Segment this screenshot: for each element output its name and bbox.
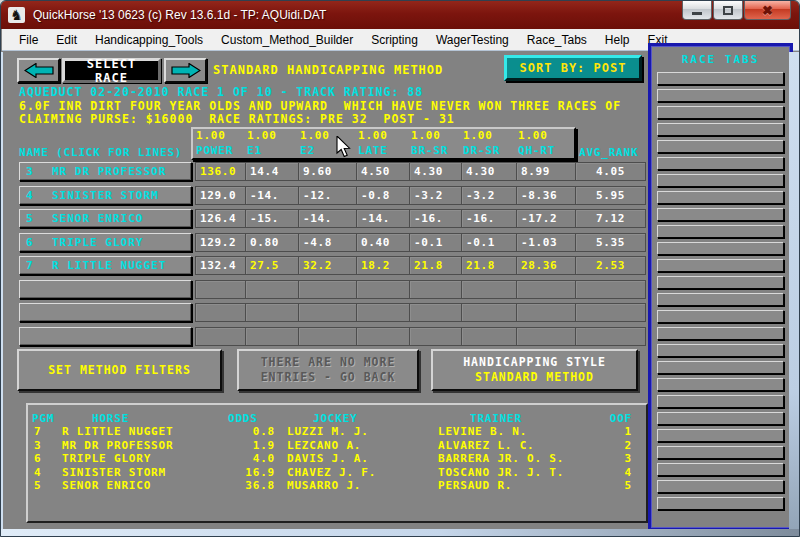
factor-cell: -14. bbox=[299, 209, 357, 228]
row-cells bbox=[195, 327, 646, 346]
race-tab-button[interactable] bbox=[657, 225, 784, 238]
horse-name-button[interactable] bbox=[19, 303, 192, 322]
race-info-line3: CLAIMING PURSE: $16000 RACE RATINGS: PRE… bbox=[19, 112, 455, 126]
race-tab-button[interactable] bbox=[657, 174, 784, 187]
factor-weight: 1.00 bbox=[247, 129, 297, 143]
select-race-button[interactable]: SELECT RACE bbox=[62, 58, 161, 83]
factor-weight: 1.00 bbox=[358, 129, 408, 143]
factor-cell: -12. bbox=[299, 186, 357, 205]
row-cells bbox=[195, 303, 646, 322]
race-tab-button[interactable] bbox=[657, 242, 784, 255]
results-row: 7R LITTLE NUGGET0.8LUZZI M. J.LEVINE B. … bbox=[28, 425, 646, 438]
results-header-row: PGMHORSEODDSJOCKEYTRAINEROOF bbox=[28, 412, 646, 425]
menu-item-race_tabs[interactable]: Race_Tabs bbox=[518, 31, 596, 49]
factor-cell bbox=[246, 303, 299, 322]
factor-cell: 4.50 bbox=[357, 162, 410, 181]
factor-cell: 129.0 bbox=[195, 186, 246, 205]
menu-item-help[interactable]: Help bbox=[596, 31, 639, 49]
horse-name: R LITTLE NUGGET bbox=[52, 259, 166, 272]
factor-cell: 4.30 bbox=[410, 162, 462, 181]
no-more-entries-button[interactable]: THERE ARE NO MORE ENTRIES - GO BACK bbox=[237, 349, 419, 391]
close-button[interactable]: ✖ bbox=[744, 1, 791, 20]
horse-name-button[interactable]: 6TRIPLE GLORY bbox=[19, 233, 192, 252]
results-row: 3MR DR PROFESSOR1.9LEZCANO A.ALVAREZ L. … bbox=[28, 439, 646, 452]
menu-item-handicapping_tools[interactable]: Handicapping_Tools bbox=[86, 31, 212, 49]
factor-weight: 1.00 bbox=[518, 129, 574, 143]
factor-cell bbox=[517, 327, 576, 346]
set-method-filters-button[interactable]: SET METHOD FILTERS bbox=[17, 349, 222, 391]
handicapping-style-line2: STANDARD METHOD bbox=[475, 370, 594, 385]
factor-cell: 129.2 bbox=[195, 233, 246, 252]
race-tab-button[interactable] bbox=[657, 310, 784, 323]
race-tab-button[interactable] bbox=[657, 344, 784, 357]
race-tab-button[interactable] bbox=[657, 89, 784, 102]
factor-cell: 18.2 bbox=[357, 256, 410, 275]
horse-name: TRIPLE GLORY bbox=[52, 236, 143, 249]
handicapping-style-button[interactable]: HANDICAPPING STYLE STANDARD METHOD bbox=[431, 349, 638, 391]
factor-header-block[interactable]: 1.00POWER1.00E11.00E21.00LATE1.00BR-SR1.… bbox=[191, 127, 576, 160]
horse-icon: ♞ bbox=[8, 7, 25, 23]
race-tab-button[interactable] bbox=[657, 259, 784, 272]
race-tab-button[interactable] bbox=[657, 140, 784, 153]
race-tab-button[interactable] bbox=[657, 123, 784, 136]
horse-name-button[interactable]: 3MR DR PROFESSOR bbox=[19, 162, 192, 181]
window-frame-right bbox=[789, 52, 799, 537]
menu-item-edit[interactable]: Edit bbox=[47, 31, 86, 49]
factor-cell: -16. bbox=[462, 209, 517, 228]
horse-name-button[interactable] bbox=[19, 280, 192, 299]
maximize-button[interactable] bbox=[713, 1, 743, 20]
horse-name-button[interactable] bbox=[19, 327, 192, 346]
menu-item-wagertesting[interactable]: WagerTesting bbox=[427, 31, 518, 49]
race-tab-button[interactable] bbox=[657, 463, 784, 476]
race-tab-button[interactable] bbox=[657, 497, 784, 510]
factor-cell: -14. bbox=[357, 209, 410, 228]
race-tab-button[interactable] bbox=[657, 446, 784, 459]
factor-column-header-e2: 1.00E2 bbox=[297, 129, 355, 158]
horse-pgm: 3 bbox=[26, 165, 52, 178]
results-header-horse: HORSE bbox=[58, 412, 224, 425]
factor-label: E2 bbox=[300, 143, 355, 158]
race-tab-button[interactable] bbox=[657, 395, 784, 408]
factor-cell bbox=[410, 280, 462, 299]
race-tab-button[interactable] bbox=[657, 327, 784, 340]
race-tab-button[interactable] bbox=[657, 480, 784, 493]
maximize-icon bbox=[723, 6, 733, 15]
race-tab-button[interactable] bbox=[657, 293, 784, 306]
horse-name-button[interactable]: 5SENOR ENRICO bbox=[19, 209, 192, 228]
factor-cell bbox=[462, 303, 517, 322]
race-tab-button[interactable] bbox=[657, 429, 784, 442]
race-tab-button[interactable] bbox=[657, 72, 784, 85]
results-cell: 4 bbox=[28, 466, 58, 479]
factor-cell bbox=[246, 280, 299, 299]
factor-cell: -4.8 bbox=[299, 233, 357, 252]
sort-by-post-button[interactable]: SORT BY: POST bbox=[504, 55, 642, 81]
race-tab-button[interactable] bbox=[657, 208, 784, 221]
factor-cell bbox=[357, 280, 410, 299]
table-row: 3MR DR PROFESSOR136.014.49.604.504.304.3… bbox=[19, 162, 647, 181]
menu-item-file[interactable]: File bbox=[10, 31, 47, 49]
factor-cell bbox=[462, 327, 517, 346]
menu-item-scripting[interactable]: Scripting bbox=[362, 31, 427, 49]
table-row bbox=[19, 280, 647, 299]
horse-name-button[interactable]: 7R LITTLE NUGGET bbox=[19, 256, 192, 275]
horse-pgm: 7 bbox=[26, 259, 52, 272]
race-tabs-title: RACE TABS bbox=[651, 53, 790, 66]
previous-race-button[interactable] bbox=[17, 58, 60, 83]
minimize-button[interactable] bbox=[682, 1, 712, 20]
factor-cell: 0.80 bbox=[246, 233, 299, 252]
horse-name-button[interactable]: 4SINISTER STORM bbox=[19, 186, 192, 205]
race-tab-button[interactable] bbox=[657, 378, 784, 391]
factor-cell: 126.4 bbox=[195, 209, 246, 228]
avg-rank-cell: 5.35 bbox=[576, 233, 646, 252]
race-tab-button[interactable] bbox=[657, 276, 784, 289]
title-bar[interactable]: ♞ QuickHorse '13 0623 (c) Rev 13.6.1d - … bbox=[1, 1, 799, 29]
next-race-button[interactable] bbox=[164, 58, 207, 83]
window-frame-bottom bbox=[1, 529, 799, 536]
race-tab-button[interactable] bbox=[657, 191, 784, 204]
race-tab-button[interactable] bbox=[657, 157, 784, 170]
results-cell: 36.8 bbox=[224, 479, 275, 492]
menu-item-custom_method_builder[interactable]: Custom_Method_Builder bbox=[212, 31, 362, 49]
race-tab-button[interactable] bbox=[657, 412, 784, 425]
race-tab-button[interactable] bbox=[657, 106, 784, 119]
race-tab-button[interactable] bbox=[657, 361, 784, 374]
